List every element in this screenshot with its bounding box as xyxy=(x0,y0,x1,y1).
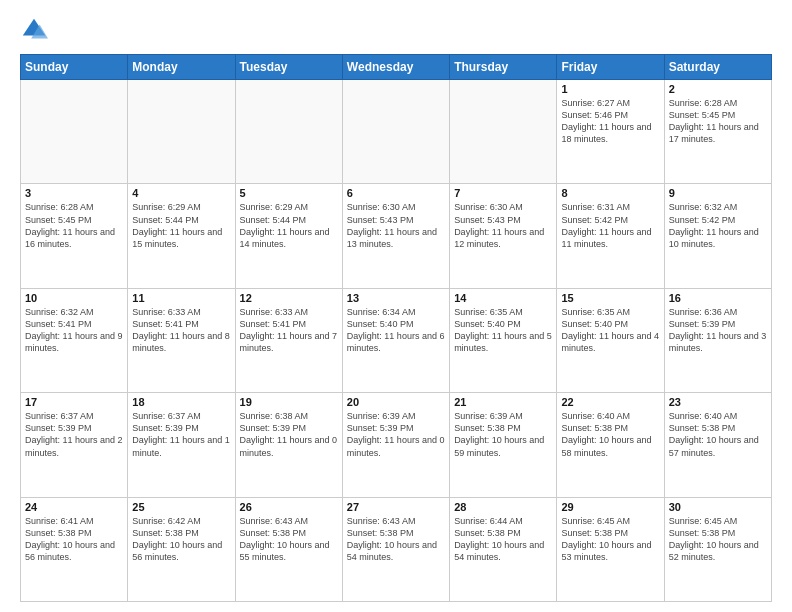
calendar-cell xyxy=(21,80,128,184)
calendar-cell: 21Sunrise: 6:39 AMSunset: 5:38 PMDayligh… xyxy=(450,393,557,497)
day-info: Sunrise: 6:42 AMSunset: 5:38 PMDaylight:… xyxy=(132,515,230,564)
calendar-cell xyxy=(235,80,342,184)
day-number: 29 xyxy=(561,501,659,513)
day-number: 12 xyxy=(240,292,338,304)
calendar-cell xyxy=(342,80,449,184)
day-number: 16 xyxy=(669,292,767,304)
day-number: 13 xyxy=(347,292,445,304)
day-number: 21 xyxy=(454,396,552,408)
day-info: Sunrise: 6:45 AMSunset: 5:38 PMDaylight:… xyxy=(669,515,767,564)
calendar-cell: 12Sunrise: 6:33 AMSunset: 5:41 PMDayligh… xyxy=(235,288,342,392)
calendar-cell xyxy=(128,80,235,184)
day-info: Sunrise: 6:32 AMSunset: 5:41 PMDaylight:… xyxy=(25,306,123,355)
calendar-cell: 4Sunrise: 6:29 AMSunset: 5:44 PMDaylight… xyxy=(128,184,235,288)
page: SundayMondayTuesdayWednesdayThursdayFrid… xyxy=(0,0,792,612)
day-number: 26 xyxy=(240,501,338,513)
day-info: Sunrise: 6:37 AMSunset: 5:39 PMDaylight:… xyxy=(132,410,230,459)
calendar-week-3: 10Sunrise: 6:32 AMSunset: 5:41 PMDayligh… xyxy=(21,288,772,392)
day-number: 25 xyxy=(132,501,230,513)
day-info: Sunrise: 6:30 AMSunset: 5:43 PMDaylight:… xyxy=(454,201,552,250)
calendar-cell: 6Sunrise: 6:30 AMSunset: 5:43 PMDaylight… xyxy=(342,184,449,288)
calendar-week-1: 1Sunrise: 6:27 AMSunset: 5:46 PMDaylight… xyxy=(21,80,772,184)
day-number: 2 xyxy=(669,83,767,95)
day-number: 27 xyxy=(347,501,445,513)
calendar-cell: 13Sunrise: 6:34 AMSunset: 5:40 PMDayligh… xyxy=(342,288,449,392)
calendar-header-thursday: Thursday xyxy=(450,55,557,80)
day-number: 10 xyxy=(25,292,123,304)
calendar-week-2: 3Sunrise: 6:28 AMSunset: 5:45 PMDaylight… xyxy=(21,184,772,288)
calendar-cell: 11Sunrise: 6:33 AMSunset: 5:41 PMDayligh… xyxy=(128,288,235,392)
day-number: 15 xyxy=(561,292,659,304)
day-info: Sunrise: 6:36 AMSunset: 5:39 PMDaylight:… xyxy=(669,306,767,355)
day-number: 22 xyxy=(561,396,659,408)
day-number: 14 xyxy=(454,292,552,304)
logo xyxy=(20,16,52,44)
day-info: Sunrise: 6:28 AMSunset: 5:45 PMDaylight:… xyxy=(669,97,767,146)
calendar-cell: 24Sunrise: 6:41 AMSunset: 5:38 PMDayligh… xyxy=(21,497,128,601)
logo-icon xyxy=(20,16,48,44)
day-number: 6 xyxy=(347,187,445,199)
day-info: Sunrise: 6:33 AMSunset: 5:41 PMDaylight:… xyxy=(240,306,338,355)
day-info: Sunrise: 6:33 AMSunset: 5:41 PMDaylight:… xyxy=(132,306,230,355)
day-info: Sunrise: 6:43 AMSunset: 5:38 PMDaylight:… xyxy=(347,515,445,564)
calendar-cell: 3Sunrise: 6:28 AMSunset: 5:45 PMDaylight… xyxy=(21,184,128,288)
day-number: 7 xyxy=(454,187,552,199)
day-info: Sunrise: 6:29 AMSunset: 5:44 PMDaylight:… xyxy=(132,201,230,250)
calendar-cell: 22Sunrise: 6:40 AMSunset: 5:38 PMDayligh… xyxy=(557,393,664,497)
day-info: Sunrise: 6:37 AMSunset: 5:39 PMDaylight:… xyxy=(25,410,123,459)
calendar-cell: 26Sunrise: 6:43 AMSunset: 5:38 PMDayligh… xyxy=(235,497,342,601)
calendar-header-sunday: Sunday xyxy=(21,55,128,80)
day-info: Sunrise: 6:40 AMSunset: 5:38 PMDaylight:… xyxy=(669,410,767,459)
header xyxy=(20,16,772,44)
day-info: Sunrise: 6:39 AMSunset: 5:39 PMDaylight:… xyxy=(347,410,445,459)
day-info: Sunrise: 6:38 AMSunset: 5:39 PMDaylight:… xyxy=(240,410,338,459)
calendar-week-4: 17Sunrise: 6:37 AMSunset: 5:39 PMDayligh… xyxy=(21,393,772,497)
day-number: 20 xyxy=(347,396,445,408)
calendar-cell: 17Sunrise: 6:37 AMSunset: 5:39 PMDayligh… xyxy=(21,393,128,497)
day-info: Sunrise: 6:35 AMSunset: 5:40 PMDaylight:… xyxy=(561,306,659,355)
day-info: Sunrise: 6:29 AMSunset: 5:44 PMDaylight:… xyxy=(240,201,338,250)
calendar-cell: 14Sunrise: 6:35 AMSunset: 5:40 PMDayligh… xyxy=(450,288,557,392)
calendar-cell: 20Sunrise: 6:39 AMSunset: 5:39 PMDayligh… xyxy=(342,393,449,497)
day-info: Sunrise: 6:28 AMSunset: 5:45 PMDaylight:… xyxy=(25,201,123,250)
day-info: Sunrise: 6:39 AMSunset: 5:38 PMDaylight:… xyxy=(454,410,552,459)
calendar-cell: 2Sunrise: 6:28 AMSunset: 5:45 PMDaylight… xyxy=(664,80,771,184)
calendar-header-wednesday: Wednesday xyxy=(342,55,449,80)
calendar-cell: 18Sunrise: 6:37 AMSunset: 5:39 PMDayligh… xyxy=(128,393,235,497)
calendar-cell: 23Sunrise: 6:40 AMSunset: 5:38 PMDayligh… xyxy=(664,393,771,497)
day-info: Sunrise: 6:40 AMSunset: 5:38 PMDaylight:… xyxy=(561,410,659,459)
day-info: Sunrise: 6:45 AMSunset: 5:38 PMDaylight:… xyxy=(561,515,659,564)
calendar-cell: 30Sunrise: 6:45 AMSunset: 5:38 PMDayligh… xyxy=(664,497,771,601)
day-number: 28 xyxy=(454,501,552,513)
day-info: Sunrise: 6:30 AMSunset: 5:43 PMDaylight:… xyxy=(347,201,445,250)
calendar-cell: 28Sunrise: 6:44 AMSunset: 5:38 PMDayligh… xyxy=(450,497,557,601)
calendar-cell xyxy=(450,80,557,184)
day-info: Sunrise: 6:35 AMSunset: 5:40 PMDaylight:… xyxy=(454,306,552,355)
day-number: 3 xyxy=(25,187,123,199)
day-number: 30 xyxy=(669,501,767,513)
day-number: 5 xyxy=(240,187,338,199)
calendar-cell: 8Sunrise: 6:31 AMSunset: 5:42 PMDaylight… xyxy=(557,184,664,288)
calendar-cell: 16Sunrise: 6:36 AMSunset: 5:39 PMDayligh… xyxy=(664,288,771,392)
day-number: 24 xyxy=(25,501,123,513)
calendar-cell: 1Sunrise: 6:27 AMSunset: 5:46 PMDaylight… xyxy=(557,80,664,184)
day-number: 4 xyxy=(132,187,230,199)
day-info: Sunrise: 6:43 AMSunset: 5:38 PMDaylight:… xyxy=(240,515,338,564)
calendar-header-tuesday: Tuesday xyxy=(235,55,342,80)
calendar-cell: 25Sunrise: 6:42 AMSunset: 5:38 PMDayligh… xyxy=(128,497,235,601)
day-number: 18 xyxy=(132,396,230,408)
calendar-cell: 10Sunrise: 6:32 AMSunset: 5:41 PMDayligh… xyxy=(21,288,128,392)
day-number: 19 xyxy=(240,396,338,408)
day-info: Sunrise: 6:41 AMSunset: 5:38 PMDaylight:… xyxy=(25,515,123,564)
day-info: Sunrise: 6:44 AMSunset: 5:38 PMDaylight:… xyxy=(454,515,552,564)
day-info: Sunrise: 6:31 AMSunset: 5:42 PMDaylight:… xyxy=(561,201,659,250)
calendar-header-saturday: Saturday xyxy=(664,55,771,80)
day-info: Sunrise: 6:27 AMSunset: 5:46 PMDaylight:… xyxy=(561,97,659,146)
calendar-cell: 7Sunrise: 6:30 AMSunset: 5:43 PMDaylight… xyxy=(450,184,557,288)
calendar-header-row: SundayMondayTuesdayWednesdayThursdayFrid… xyxy=(21,55,772,80)
day-number: 9 xyxy=(669,187,767,199)
day-info: Sunrise: 6:32 AMSunset: 5:42 PMDaylight:… xyxy=(669,201,767,250)
calendar-cell: 15Sunrise: 6:35 AMSunset: 5:40 PMDayligh… xyxy=(557,288,664,392)
calendar-header-friday: Friday xyxy=(557,55,664,80)
calendar-cell: 29Sunrise: 6:45 AMSunset: 5:38 PMDayligh… xyxy=(557,497,664,601)
